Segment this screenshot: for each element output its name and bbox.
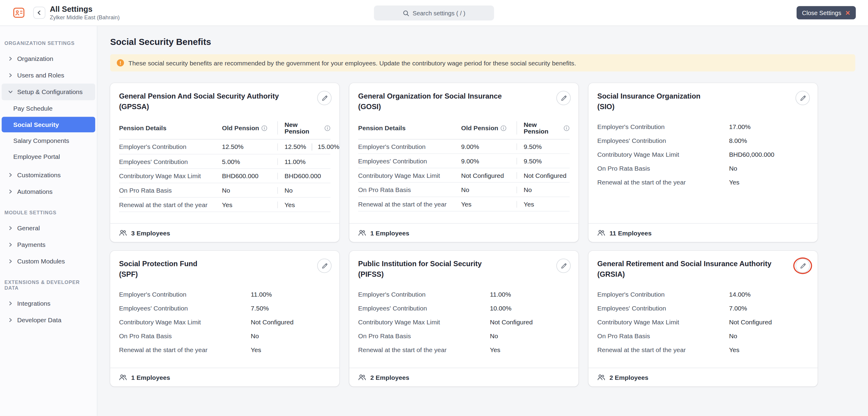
sidebar-item-social-security[interactable]: Social Security [2, 117, 95, 132]
column-header-pension-details: Pension Details [119, 124, 222, 131]
benefit-card-gpssa: General Pension And Social Security Auth… [110, 83, 339, 242]
edit-button-grsia[interactable] [795, 259, 810, 273]
row-label: Employees' Contribution [119, 305, 251, 311]
info-icon[interactable] [564, 125, 569, 131]
new-pension-value-text: 11.00% [284, 158, 306, 165]
row-label: Renewal at the start of the year [597, 346, 729, 353]
sidebar-item-setup-configurations[interactable]: Setup & Configurations [2, 84, 95, 100]
row-label: Employees' Contribution [597, 137, 729, 144]
row-label: Contributory Wage Max Limit [597, 319, 729, 325]
chevron-right-icon [8, 242, 13, 247]
value-divider [312, 143, 312, 150]
list-item: Contributory Wage Max LimitNot Configure… [119, 315, 331, 329]
edit-button-gosi[interactable] [556, 91, 571, 105]
pencil-icon [560, 94, 567, 101]
organization-name: Zylker Middle East (Bahrain) [50, 14, 120, 21]
table-row: Employees' Contribution5.00%11.00% [119, 154, 331, 169]
sidebar-item-general[interactable]: General [2, 220, 95, 236]
pension-table: Pension DetailsOld PensionNew PensionEmp… [119, 118, 331, 212]
new-pension-value-text: 9.50% [524, 143, 542, 150]
row-label: Renewal at the start of the year [358, 346, 490, 353]
close-settings-button[interactable]: Close Settings ✕ [797, 6, 856, 19]
search-input[interactable]: Search settings ( / ) [374, 5, 494, 21]
sidebar-item-developer-data[interactable]: Developer Data [2, 312, 95, 328]
row-label: Renewal at the start of the year [119, 201, 222, 208]
card-title-name: General Pension And Social Security Auth… [119, 91, 304, 101]
benefits-card-grid: General Pension And Social Security Auth… [110, 83, 855, 387]
info-icon[interactable] [324, 125, 330, 131]
employees-count: 11 Employees [610, 229, 652, 236]
row-label: On Pro Rata Basis [119, 332, 251, 339]
sidebar-item-customizations[interactable]: Customizations [2, 167, 95, 183]
old-pension-value: 12.50% [222, 144, 278, 150]
row-value: 7.50% [251, 305, 330, 311]
info-banner: ! These social security benefits are rec… [110, 54, 855, 71]
pencil-icon [560, 262, 567, 269]
sidebar-item-salary-components[interactable]: Salary Components [2, 133, 95, 148]
row-value: Yes [729, 346, 809, 353]
column-header-label: Old Pension [222, 124, 259, 131]
sidebar-item-custom-modules[interactable]: Custom Modules [2, 253, 95, 269]
sidebar-item-label: Automations [17, 188, 53, 195]
sidebar-item-integrations[interactable]: Integrations [2, 295, 95, 312]
card-title: Social Insurance Organization(SIO) [597, 91, 809, 112]
new-pension-value: Yes [517, 201, 569, 207]
row-label: Employer's Contribution [358, 143, 461, 150]
pencil-icon [799, 94, 806, 101]
info-icon[interactable] [261, 125, 267, 131]
old-pension-value: 9.00% [461, 143, 517, 150]
card-title-name: General Retirement and Social Insurance … [597, 259, 782, 269]
chevron-down-icon [8, 90, 13, 94]
sidebar-item-payments[interactable]: Payments [2, 236, 95, 253]
benefit-card-grsia: General Retirement and Social Insurance … [588, 251, 817, 386]
pension-table: Pension DetailsOld PensionNew PensionEmp… [358, 118, 569, 212]
sidebar-section: EXTENSIONS & DEVELOPER DATAIntegrationsD… [0, 280, 97, 329]
edit-button-pifss[interactable] [556, 259, 571, 273]
sidebar-item-pay-schedule[interactable]: Pay Schedule [2, 101, 95, 116]
new-pension-value-text: Yes [284, 201, 295, 208]
chevron-right-icon [8, 301, 13, 306]
sidebar-item-label: Custom Modules [17, 258, 65, 265]
pension-table-header: Pension DetailsOld PensionNew Pension [119, 118, 331, 140]
row-label: On Pro Rata Basis [358, 186, 461, 193]
row-label: Employees' Contribution [358, 158, 461, 164]
edit-button-spf[interactable] [317, 259, 332, 273]
list-item: Employer's Contribution17.00% [597, 120, 809, 133]
edit-button-sio[interactable] [795, 91, 810, 105]
row-value: Yes [490, 346, 569, 353]
row-label: Employer's Contribution [597, 291, 729, 298]
back-button[interactable] [33, 7, 45, 19]
chevron-right-icon [8, 56, 13, 61]
row-value: No [251, 332, 330, 339]
row-label: Contributory Wage Max Limit [597, 151, 729, 158]
row-label: On Pro Rata Basis [597, 165, 729, 171]
new-pension-value: 9.50% [517, 143, 569, 150]
sidebar-item-label: Developer Data [17, 317, 61, 323]
column-header-old-pension: Old Pension [222, 124, 278, 131]
list-item: Employees' Contribution7.50% [119, 301, 331, 315]
info-icon[interactable] [501, 125, 507, 131]
app-root: All Settings Zylker Middle East (Bahrain… [0, 0, 868, 416]
benefit-detail-list: Employer's Contribution11.00%Employees' … [119, 287, 331, 357]
sidebar-item-label: General [17, 225, 40, 232]
card-footer: 1 Employees [110, 368, 339, 386]
sidebar-item-automations[interactable]: Automations [2, 183, 95, 200]
sidebar-item-users-and-roles[interactable]: Users and Roles [2, 67, 95, 84]
row-label: Employer's Contribution [119, 291, 251, 298]
card-title-abbr: (SIO) [597, 101, 782, 112]
row-label: Employees' Contribution [358, 305, 490, 311]
table-row: On Pro Rata BasisNoNo [358, 183, 569, 197]
list-item: Employees' Contribution7.00% [597, 301, 809, 315]
new-pension-value-text: BHD600.000 [284, 172, 321, 179]
table-row: Contributory Wage Max LimitNot Configure… [358, 168, 569, 183]
new-pension-value-text: No [284, 187, 293, 194]
table-row: Employees' Contribution9.00%9.50% [358, 154, 569, 169]
card-footer: 11 Employees [588, 223, 817, 242]
sidebar-item-employee-portal[interactable]: Employee Portal [2, 149, 95, 164]
list-item: Employer's Contribution11.00% [358, 287, 569, 301]
sidebar-item-organization[interactable]: Organization [2, 50, 95, 67]
search-placeholder: Search settings ( / ) [412, 10, 465, 16]
edit-button-gpssa[interactable] [317, 91, 332, 105]
old-pension-value: 5.00% [222, 158, 278, 165]
employees-icon [119, 229, 127, 236]
